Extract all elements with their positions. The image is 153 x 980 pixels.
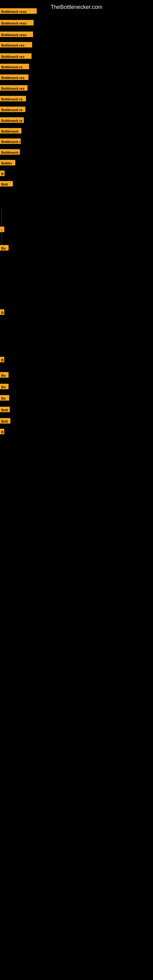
bottleneck-bar-12[interactable]: Bottleneck r <box>0 138 21 144</box>
bottleneck-bar-26[interactable]: B <box>0 429 4 434</box>
bottleneck-bar-3[interactable]: Bottleneck res <box>0 42 32 48</box>
bottleneck-bar-23[interactable]: Bo <box>0 395 9 401</box>
bottleneck-bar-1[interactable]: Bottleneck resu <box>0 20 33 25</box>
chart-area: TheBottlenecker.com Bottleneck resuBottl… <box>0 0 153 980</box>
bottleneck-bar-16[interactable]: Bott <box>0 181 13 186</box>
bottleneck-bar-18[interactable]: Bo <box>0 245 9 250</box>
bottleneck-bar-10[interactable]: Bottleneck re <box>0 117 24 123</box>
bottleneck-bar-25[interactable]: Bott <box>0 418 10 423</box>
bottleneck-bar-7[interactable]: Bottleneck res <box>0 85 27 91</box>
bottleneck-bar-13[interactable]: Bottleneck <box>0 149 20 155</box>
bottleneck-bar-24[interactable]: Bott <box>0 407 10 412</box>
bottleneck-bar-9[interactable]: Bottleneck re <box>0 107 26 112</box>
bottleneck-bar-14[interactable]: Bottler <box>0 160 15 165</box>
bottleneck-bar-22[interactable]: Bo <box>0 384 9 389</box>
bottleneck-bar-4[interactable]: Bottleneck res <box>0 53 32 59</box>
bottleneck-bar-15[interactable]: B <box>0 170 5 176</box>
bottleneck-bar-20[interactable]: B <box>0 357 4 362</box>
bottleneck-bar-6[interactable]: Bottleneck res <box>0 75 29 80</box>
bottleneck-bar-2[interactable]: Bottleneck resu <box>0 32 33 37</box>
bottleneck-bar-0[interactable]: Bottleneck resu <box>0 8 37 14</box>
bottleneck-bar-21[interactable]: Bo <box>0 372 9 378</box>
bottleneck-bar-19[interactable]: B <box>0 309 4 315</box>
bottleneck-bar-17[interactable]: | <box>0 227 4 232</box>
bottleneck-bar-5[interactable]: Bottleneck re <box>0 64 29 69</box>
vertical-line-0 <box>2 208 2 245</box>
bottleneck-bar-8[interactable]: Bottleneck re <box>0 96 26 101</box>
bottleneck-bar-11[interactable]: Bottleneck <box>0 128 21 134</box>
